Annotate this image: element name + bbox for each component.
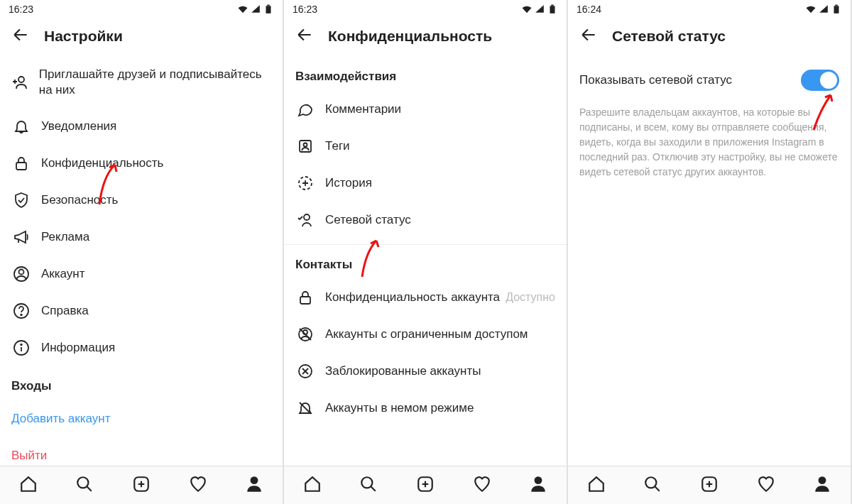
battery-icon xyxy=(831,4,842,14)
item-blocked[interactable]: Заблокированные аккаунты xyxy=(284,353,567,390)
item-label: Аккаунты с ограниченным доступом xyxy=(325,327,528,342)
item-label: Конфиденциальность xyxy=(41,155,163,171)
item-privacy[interactable]: Конфиденциальность xyxy=(0,145,283,182)
svg-point-16 xyxy=(304,143,307,147)
svg-point-7 xyxy=(21,314,22,316)
nav-activity[interactable] xyxy=(757,475,775,496)
signal-icon xyxy=(534,4,545,14)
nav-add[interactable] xyxy=(416,475,435,496)
item-label: Справка xyxy=(41,303,89,319)
svg-point-25 xyxy=(535,476,542,484)
nav-home[interactable] xyxy=(19,475,38,496)
item-label: Уведомления xyxy=(41,119,116,134)
header: Сетевой статус xyxy=(568,18,851,57)
activity-status-panel: 16:24 Сетевой статус Показывать сетевой … xyxy=(568,0,852,504)
lock-icon xyxy=(11,155,31,172)
tag-icon xyxy=(295,138,315,155)
nav-home[interactable] xyxy=(303,475,322,496)
svg-point-12 xyxy=(251,476,258,484)
privacy-panel: 16:23 Конфиденциальность Взаимодействия … xyxy=(284,0,568,504)
shield-icon xyxy=(11,192,31,209)
blocked-icon xyxy=(295,363,315,380)
content: Взаимодействия Комментарии Теги История … xyxy=(284,57,567,504)
info-icon xyxy=(11,339,31,356)
megaphone-icon xyxy=(11,229,31,246)
nav-add[interactable] xyxy=(132,475,151,496)
item-label: Комментарии xyxy=(325,102,401,117)
item-restricted[interactable]: Аккаунты с ограниченным доступом xyxy=(284,316,567,353)
toggle-label: Показывать сетевой статус xyxy=(579,73,732,87)
section-contacts: Контакты xyxy=(284,245,567,279)
svg-rect-26 xyxy=(834,6,839,13)
svg-rect-13 xyxy=(550,6,555,13)
wifi-icon xyxy=(237,4,248,14)
header: Настройки xyxy=(0,18,283,57)
svg-point-28 xyxy=(646,477,657,488)
status-time: 16:24 xyxy=(577,4,601,15)
back-button[interactable] xyxy=(11,26,30,47)
show-activity-status-toggle[interactable] xyxy=(801,70,839,91)
bottom-nav xyxy=(284,466,567,504)
nav-home[interactable] xyxy=(587,475,606,496)
nav-profile[interactable] xyxy=(245,475,263,496)
status-icon xyxy=(295,212,315,229)
item-label: Безопасность xyxy=(41,192,118,208)
status-bar: 16:24 xyxy=(568,0,851,18)
item-story[interactable]: История xyxy=(284,165,567,202)
item-label: Теги xyxy=(325,138,350,154)
item-comments[interactable]: Комментарии xyxy=(284,91,567,128)
add-account-link[interactable]: Добавить аккаунт xyxy=(0,400,283,437)
help-icon xyxy=(11,302,31,319)
wifi-icon xyxy=(521,4,532,14)
back-button[interactable] xyxy=(579,26,598,47)
item-label: Реклама xyxy=(41,229,89,245)
page-title: Сетевой статус xyxy=(612,28,726,45)
lock-icon xyxy=(295,289,315,306)
nav-profile[interactable] xyxy=(813,475,831,496)
svg-rect-1 xyxy=(267,5,270,6)
item-security[interactable]: Безопасность xyxy=(0,182,283,219)
status-bar: 16:23 xyxy=(0,0,283,18)
mute-icon xyxy=(295,400,315,417)
item-label: Приглашайте друзей и подписывайтесь на н… xyxy=(39,67,271,98)
section-interactions: Взаимодействия xyxy=(284,57,567,91)
item-label: Сетевой статус xyxy=(325,212,411,228)
nav-search[interactable] xyxy=(75,475,94,496)
svg-rect-19 xyxy=(300,297,310,304)
header: Конфиденциальность xyxy=(284,18,567,57)
item-info[interactable]: Информация xyxy=(0,329,283,366)
page-title: Настройки xyxy=(44,28,123,45)
svg-point-9 xyxy=(21,344,22,346)
item-notifications[interactable]: Уведомления xyxy=(0,108,283,145)
nav-search[interactable] xyxy=(359,475,378,496)
back-button[interactable] xyxy=(295,26,314,47)
nav-add[interactable] xyxy=(700,475,719,496)
svg-rect-27 xyxy=(835,5,838,6)
item-muted[interactable]: Аккаунты в немом режиме xyxy=(284,390,567,427)
story-icon xyxy=(295,175,315,192)
item-invite-friends[interactable]: Приглашайте друзей и подписывайтесь на н… xyxy=(0,57,283,108)
item-label: Заблокированные аккаунты xyxy=(325,363,481,379)
svg-point-30 xyxy=(819,476,826,484)
bottom-nav xyxy=(0,466,283,504)
item-label: Конфиденциальность аккаунта xyxy=(325,290,500,305)
nav-profile[interactable] xyxy=(529,475,547,496)
item-tags[interactable]: Теги xyxy=(284,128,567,165)
item-activity-status[interactable]: Сетевой статус xyxy=(284,202,567,239)
item-account[interactable]: Аккаунт xyxy=(0,256,283,292)
item-help[interactable]: Справка xyxy=(0,292,283,329)
nav-activity[interactable] xyxy=(473,475,491,496)
section-logins: Входы xyxy=(0,366,283,400)
item-ads[interactable]: Реклама xyxy=(0,219,283,256)
battery-icon xyxy=(263,4,274,14)
status-bar: 16:23 xyxy=(284,0,567,18)
bottom-nav xyxy=(568,466,851,504)
nav-activity[interactable] xyxy=(189,475,207,496)
svg-rect-14 xyxy=(551,5,554,6)
svg-point-10 xyxy=(78,477,89,488)
svg-point-5 xyxy=(19,270,24,275)
svg-rect-0 xyxy=(266,6,271,13)
status-icons xyxy=(521,4,558,14)
item-account-privacy[interactable]: Конфиденциальность аккаунта Доступно xyxy=(284,279,567,316)
nav-search[interactable] xyxy=(643,475,662,496)
